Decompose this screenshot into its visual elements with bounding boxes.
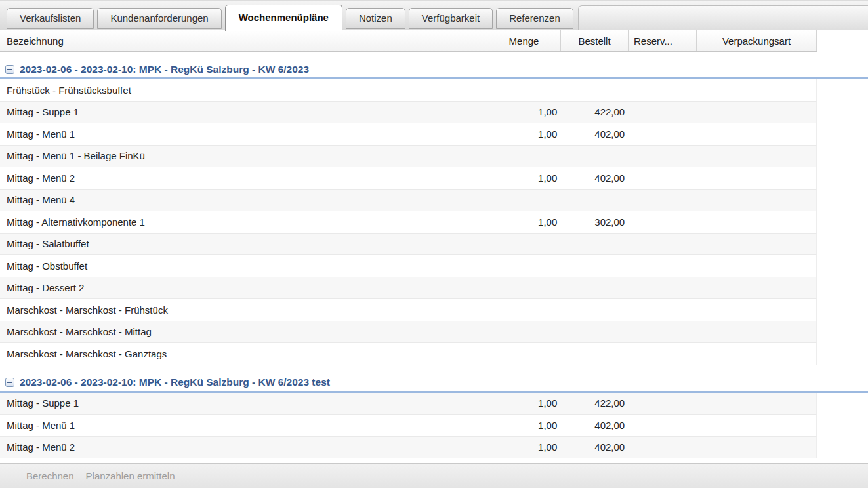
cell-menge: 1,00 [487, 420, 560, 431]
grid-body: 2023-02-06 - 2023-02-10: MPK - RegKü Sal… [0, 52, 868, 463]
table-row[interactable]: Marschkost - Marschkost - Mittag [0, 321, 817, 344]
table-row[interactable]: Mittag - Suppe 11,00422,00 [0, 393, 817, 415]
cell-menge: 1,00 [487, 397, 560, 409]
cell-bezeichnung: Mittag - Menü 2 [0, 173, 487, 184]
table-row[interactable]: Mittag - Salatbuffet [0, 234, 817, 256]
cell-bezeichnung: Marschkost - Marschkost - Ganztags [0, 348, 487, 359]
group-header[interactable]: 2023-02-06 - 2023-02-10: MPK - RegKü Sal… [0, 365, 868, 391]
collapse-group-icon[interactable] [5, 378, 14, 387]
cell-menge: 1,00 [487, 106, 560, 117]
cell-bestellt: 402,00 [560, 441, 628, 453]
table-row[interactable]: Mittag - Alternativkomponente 11,00302,0… [0, 211, 817, 234]
cell-bezeichnung: Mittag - Menü 1 - Beilage FinKü [0, 150, 487, 161]
cell-menge: 1,00 [487, 129, 560, 140]
group-title: 2023-02-06 - 2023-02-10: MPK - RegKü Sal… [20, 64, 309, 75]
cell-bestellt: 402,00 [560, 420, 628, 431]
column-header-reserviert[interactable]: Reserv... [629, 30, 697, 51]
cell-bestellt: 422,00 [560, 106, 628, 117]
table-row[interactable]: Mittag - Suppe 11,00422,00 [0, 102, 817, 124]
table-row[interactable]: Mittag - Menü 21,00402,00 [0, 437, 817, 459]
planzahlen-ermitteln-button[interactable]: Planzahlen ermitteln [86, 470, 175, 481]
table-row[interactable]: Marschkost - Marschkost - Frühstück [0, 299, 817, 321]
cell-bestellt: 422,00 [560, 397, 628, 409]
table-row[interactable]: Mittag - Menü 11,00402,00 [0, 415, 817, 437]
group-title: 2023-02-06 - 2023-02-10: MPK - RegKü Sal… [20, 376, 330, 388]
cell-bezeichnung: Frühstück - Frühstücksbuffet [0, 85, 487, 96]
collapse-group-icon[interactable] [5, 65, 14, 74]
grid-column-header-row: Bezeichnung Menge Bestellt Reserv... Ver… [0, 30, 817, 52]
cell-bezeichnung: Mittag - Menü 2 [0, 441, 487, 453]
cell-menge: 1,00 [487, 441, 560, 453]
table-row[interactable]: Mittag - Menü 1 - Beilage FinKü [0, 146, 817, 168]
tab-wochenmenueplaene[interactable]: Wochenmenüpläne [225, 5, 342, 31]
cell-bezeichnung: Mittag - Suppe 1 [0, 106, 487, 117]
tab-notizen[interactable]: Notizen [346, 8, 405, 29]
table-row[interactable]: Marschkost - Marschkost - Ganztags [0, 343, 817, 365]
tab-strip-filler [578, 5, 868, 30]
cell-bezeichnung: Mittag - Salatbuffet [0, 238, 487, 249]
cell-menge: 1,00 [487, 216, 560, 228]
column-header-menge[interactable]: Menge [487, 30, 561, 51]
cell-bezeichnung: Mittag - Dessert 2 [0, 282, 487, 293]
column-header-bestellt[interactable]: Bestellt [561, 30, 629, 51]
table-row[interactable]: Mittag - Menü 11,00402,00 [0, 123, 817, 146]
table-row[interactable]: Mittag - Obstbuffet [0, 255, 817, 277]
cell-bezeichnung: Mittag - Menü 4 [0, 194, 487, 205]
cell-bezeichnung: Mittag - Menü 1 [0, 129, 487, 140]
minus-glyph [7, 69, 12, 70]
cell-bestellt: 402,00 [560, 173, 628, 184]
cell-bezeichnung: Mittag - Alternativkomponente 1 [0, 216, 487, 228]
column-header-verpackungsart[interactable]: Verpackungsart [697, 30, 817, 51]
cell-menge: 1,00 [487, 173, 560, 184]
cell-bezeichnung: Mittag - Menü 1 [0, 420, 487, 431]
tab-verfuegbarkeit[interactable]: Verfügbarkeit [409, 8, 493, 29]
table-row[interactable]: Frühstück - Frühstücksbuffet [0, 79, 817, 102]
cell-bezeichnung: Marschkost - Marschkost - Frühstück [0, 304, 487, 315]
tab-verkaufslisten[interactable]: Verkaufslisten [7, 8, 94, 29]
cell-bezeichnung: Mittag - Suppe 1 [0, 397, 487, 409]
table-row[interactable]: Mittag - Dessert 2 [0, 277, 817, 300]
bottom-toolbar: Berechnen Planzahlen ermitteln [0, 463, 868, 488]
tab-referenzen[interactable]: Referenzen [496, 8, 573, 29]
cell-bezeichnung: Mittag - Obstbuffet [0, 260, 487, 272]
cell-bestellt: 402,00 [560, 129, 628, 140]
table-row[interactable]: Mittag - Menü 21,00402,00 [0, 167, 817, 190]
cell-bestellt: 302,00 [560, 216, 628, 228]
minus-glyph [7, 382, 12, 383]
column-header-bezeichnung[interactable]: Bezeichnung [0, 30, 487, 51]
table-row[interactable]: Mittag - Menü 4 [0, 190, 817, 212]
cell-bezeichnung: Marschkost - Marschkost - Mittag [0, 326, 487, 337]
tab-strip: Verkaufslisten Kundenanforderungen Woche… [0, 1, 868, 30]
tab-kundenanforderungen[interactable]: Kundenanforderungen [97, 8, 221, 29]
group-header[interactable]: 2023-02-06 - 2023-02-10: MPK - RegKü Sal… [0, 52, 868, 77]
berechnen-button[interactable]: Berechnen [26, 470, 74, 481]
